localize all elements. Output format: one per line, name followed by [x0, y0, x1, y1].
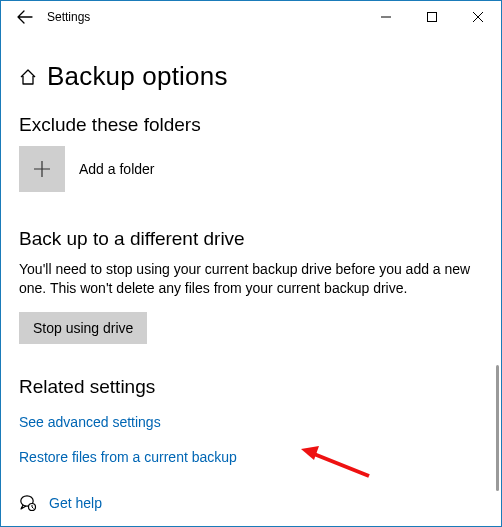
maximize-icon	[427, 12, 437, 22]
close-icon	[473, 12, 483, 22]
back-button[interactable]	[9, 9, 41, 25]
add-folder-label: Add a folder	[79, 161, 155, 177]
minimize-button[interactable]	[363, 1, 409, 33]
maximize-button[interactable]	[409, 1, 455, 33]
plus-icon	[32, 159, 52, 179]
minimize-icon	[381, 12, 391, 22]
window-title: Settings	[41, 10, 363, 24]
stop-using-drive-button[interactable]: Stop using drive	[19, 312, 147, 344]
add-folder-row[interactable]: Add a folder	[19, 146, 483, 192]
page-title: Backup options	[47, 61, 228, 92]
related-settings-heading: Related settings	[19, 376, 483, 398]
get-help-row[interactable]: Get help	[19, 494, 483, 512]
restore-files-link[interactable]: Restore files from a current backup	[19, 449, 237, 465]
exclude-heading: Exclude these folders	[19, 114, 483, 136]
home-icon[interactable]	[19, 68, 37, 86]
close-button[interactable]	[455, 1, 501, 33]
get-help-link[interactable]: Get help	[49, 495, 102, 511]
page-header: Backup options	[19, 61, 483, 92]
svg-rect-0	[428, 13, 437, 22]
back-arrow-icon	[17, 9, 33, 25]
add-folder-tile[interactable]	[19, 146, 65, 192]
different-drive-description: You'll need to stop using your current b…	[19, 260, 483, 298]
content-area: Backup options Exclude these folders Add…	[1, 33, 501, 512]
scrollbar[interactable]	[496, 365, 499, 491]
window-controls	[363, 1, 501, 33]
see-advanced-settings-link[interactable]: See advanced settings	[19, 414, 161, 430]
different-drive-heading: Back up to a different drive	[19, 228, 483, 250]
help-icon	[19, 494, 37, 512]
titlebar: Settings	[1, 1, 501, 33]
